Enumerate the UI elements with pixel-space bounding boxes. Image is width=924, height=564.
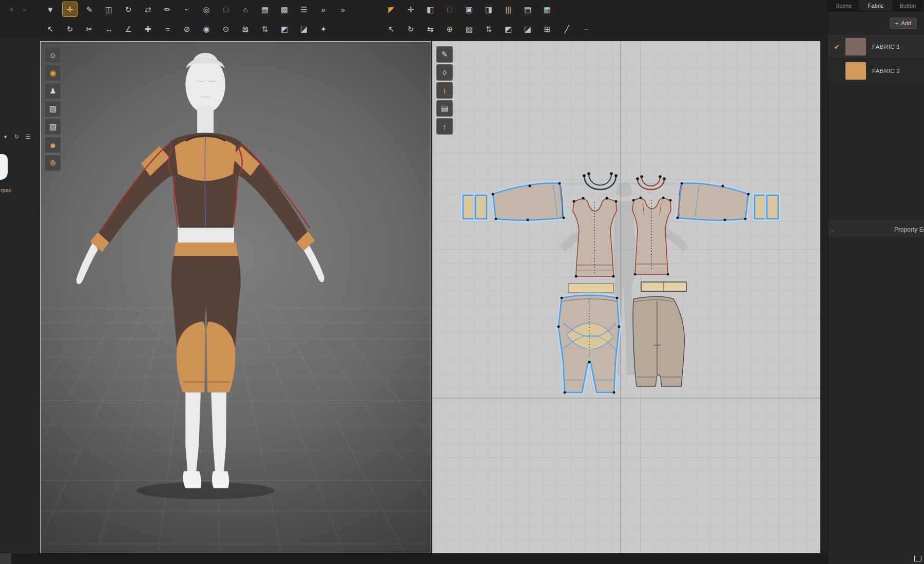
pattern-waistband-left[interactable]	[568, 284, 613, 293]
show-pattern-icon[interactable]: ▨	[45, 119, 61, 135]
pattern-sleeve-left[interactable]	[492, 182, 565, 221]
expand-arrow-icon[interactable]: →	[829, 227, 838, 233]
pattern-cuffs-right[interactable]	[755, 195, 778, 219]
tool-transform-2d-icon[interactable]: ↖	[384, 22, 398, 36]
tool-giftwrap-icon[interactable]: ▦	[258, 2, 272, 16]
tool-edit-measure-icon[interactable]: ↔	[102, 22, 116, 36]
show-avatar-icon[interactable]: ☺	[45, 47, 61, 63]
tool-fold-left-icon[interactable]: ◩	[277, 22, 292, 36]
tool-rotate-2d-icon[interactable]: ↻	[403, 22, 418, 36]
tool-show-grid-icon[interactable]: ▦	[540, 2, 554, 16]
tab-button[interactable]: Button	[892, 0, 924, 11]
tool-grading-icon[interactable]: ⊞	[540, 22, 554, 36]
tool-texture-edit-icon[interactable]: ◨	[482, 2, 496, 16]
tool-layer-stack-icon[interactable]: ☰	[297, 2, 311, 16]
pattern-waistband-right[interactable]	[641, 282, 686, 291]
property-editor-bar[interactable]: → Property Edi	[828, 221, 924, 238]
tool-flip-2d-icon[interactable]: ⇆	[423, 22, 437, 36]
tool-pleats-icon[interactable]: |||	[501, 2, 515, 16]
tool-copy-pattern-icon[interactable]: ⊕	[442, 22, 457, 36]
tool-lock-icon[interactable]: ⊠	[238, 22, 253, 36]
pattern-cuffs-left[interactable]	[463, 195, 487, 219]
tool-trace-icon[interactable]: ▣	[462, 2, 476, 16]
toolbar-3d-row2: ↖↻✂↔∠✚≈⊘◉⊙⊠⇅◩◪✦	[43, 22, 331, 36]
left-strip: ▾↻☰ rpac	[0, 39, 40, 553]
tool-curve-edit-icon[interactable]: ~	[180, 2, 194, 16]
tool-zipper-icon[interactable]: ⇅	[258, 22, 272, 36]
tool-free-sew-icon[interactable]: ≈	[160, 22, 175, 36]
tool-edit-line-icon[interactable]: ╱	[560, 22, 574, 36]
add-fabric-button[interactable]: + Add	[890, 17, 917, 29]
tool-select-pen-icon[interactable]: ✎	[82, 2, 97, 16]
toolbar: +← ▼✛✎◫↻⇄✏~◎□⌂▦▩☰»» ◤✛◧□▣◨|||▤▦ ↖↻✂↔∠✚≈⊘…	[0, 0, 827, 39]
viewport-2d[interactable]: ✎◊i▤↑	[432, 41, 820, 553]
show-garment-icon[interactable]: ◊	[436, 64, 453, 81]
right-panel: SceneFabricButton + Add ✔ FABRIC 1 FABRI…	[827, 0, 924, 564]
tool-arrangement-icon[interactable]: ⌂	[238, 2, 253, 16]
tool-tape-icon[interactable]: ✂	[82, 22, 97, 36]
tool-bind-icon[interactable]: ▩	[277, 2, 292, 16]
resize-corner[interactable]	[914, 556, 921, 561]
tool-transform-pattern-icon[interactable]: ◤	[384, 2, 398, 16]
tool-avatar-move-icon[interactable]: ↖	[43, 22, 57, 36]
pattern-pants-right[interactable]	[633, 297, 684, 387]
pattern-info-icon[interactable]: i	[436, 82, 453, 99]
back-icon[interactable]: ←	[21, 4, 30, 13]
tool-grid-modify-icon[interactable]: ▤	[521, 2, 535, 16]
edit-texture-icon[interactable]: ✎	[436, 46, 453, 63]
tool-tack-icon[interactable]: ✦	[316, 22, 331, 36]
show-layers-icon[interactable]: ▤	[436, 100, 453, 117]
tool-fold-2d-icon[interactable]: ◩	[501, 22, 515, 36]
property-editor-label: Property Edi	[894, 226, 924, 233]
tool-edit-pattern-icon[interactable]: ✛	[403, 2, 418, 16]
refresh-icon[interactable]: ↻	[12, 133, 21, 141]
tool-simulate-icon[interactable]: ▼	[43, 2, 57, 16]
tool-more-right-icon[interactable]: »	[336, 2, 350, 16]
tool-sewing-edit-icon[interactable]: ∠	[121, 22, 136, 36]
tool-seam-tape-icon[interactable]: ⇅	[482, 22, 496, 36]
fabric-row-2[interactable]: FABRIC 2	[828, 59, 924, 83]
pattern-pants-left[interactable]	[557, 295, 621, 394]
sync-pattern-icon[interactable]: ↑	[436, 118, 453, 135]
tool-reset-arrangement-icon[interactable]: ↻	[121, 2, 136, 16]
tool-unfold-2d-icon[interactable]: ◪	[521, 22, 535, 36]
expand-icon[interactable]: ▾	[1, 133, 10, 141]
tool-detach-sew-icon[interactable]: ⊘	[180, 22, 194, 36]
pattern-sleeve-right[interactable]	[677, 182, 750, 221]
tool-more-left-icon[interactable]: »	[316, 2, 331, 16]
pattern-collar-right[interactable]	[636, 175, 666, 190]
tool-segment-sew-icon[interactable]: ✚	[141, 22, 155, 36]
pattern-collar-left[interactable]	[583, 172, 618, 190]
fabric-label: FABRIC 1	[872, 44, 900, 50]
show-skin-icon[interactable]: ☻	[45, 137, 61, 153]
tool-add-point-icon[interactable]: ◧	[423, 2, 437, 16]
viewport3d-side-toolbar: ☺◉♟▧▨☻⊕	[45, 47, 61, 171]
show-mannequin-icon[interactable]: ♟	[45, 83, 61, 99]
tool-window-sync-icon[interactable]: ◫	[102, 2, 116, 16]
tool-pen-3d-icon[interactable]: ✏	[160, 2, 175, 16]
tool-add-pattern-icon[interactable]: □	[442, 2, 457, 16]
tab-fabric[interactable]: Fabric	[860, 0, 892, 11]
add-library-icon[interactable]: +	[7, 4, 16, 13]
tool-basting-icon[interactable]: ┄	[579, 22, 593, 36]
pattern-bodice-front[interactable]	[573, 197, 618, 278]
show-globe-icon[interactable]: ⊕	[45, 155, 61, 171]
tool-select-move-icon[interactable]: ✛	[63, 2, 77, 16]
tool-avatar-rotate-icon[interactable]: ↻	[63, 22, 77, 36]
pattern-bodice-back[interactable]	[632, 197, 672, 276]
fabric-row-1[interactable]: ✔ FABRIC 1	[828, 35, 924, 59]
tool-fold-right-icon[interactable]: ◪	[297, 22, 311, 36]
tool-select-box-icon[interactable]: □	[219, 2, 233, 16]
viewport-3d[interactable]: ☺◉♟▧▨☻⊕	[40, 41, 431, 553]
show-cloth-icon[interactable]: ▧	[45, 101, 61, 117]
tool-swap-view-icon[interactable]: ⇄	[141, 2, 155, 16]
tool-pin-icon[interactable]: ◉	[199, 22, 214, 36]
tab-scene[interactable]: Scene	[828, 0, 860, 11]
show-honeycomb-icon[interactable]: ◉	[45, 65, 61, 81]
tool-iron-icon[interactable]: ▨	[462, 22, 476, 36]
tool-pin-box-icon[interactable]: ⊙	[219, 22, 233, 36]
avatar-shadow	[137, 482, 275, 499]
left-strip-icons: ▾↻☰	[1, 133, 32, 141]
tool-select-point-icon[interactable]: ◎	[199, 2, 214, 16]
list-view-icon[interactable]: ☰	[24, 133, 32, 141]
